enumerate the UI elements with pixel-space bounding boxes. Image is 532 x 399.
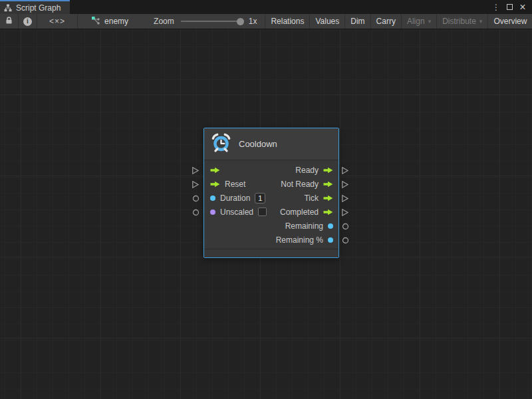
flow-arrow-icon	[323, 167, 333, 174]
port-label: Completed	[280, 207, 319, 217]
value-socket-outline-icon[interactable]	[192, 209, 200, 216]
port-label: Not Ready	[281, 180, 319, 189]
graph-hierarchy-icon	[4, 4, 12, 12]
flow-arrow-icon	[210, 167, 220, 174]
align-dropdown[interactable]: Align ▾	[402, 14, 437, 29]
graph-reference-label: enemy	[104, 17, 128, 26]
code-icon: <×>	[49, 17, 65, 26]
lock-button[interactable]	[0, 14, 19, 29]
close-icon[interactable]: ×	[517, 1, 528, 13]
value-port-icon	[328, 223, 333, 229]
output-port-ready[interactable]: Ready	[276, 163, 338, 177]
flow-arrow-icon	[210, 181, 220, 188]
flow-arrow-icon	[323, 181, 333, 188]
cooldown-node-header[interactable]: Cooldown	[204, 128, 338, 160]
input-port-duration[interactable]: Duration	[204, 191, 267, 205]
zoom-control: Zoom 1x	[135, 14, 265, 29]
distribute-dropdown[interactable]: Distribute ▾	[437, 14, 488, 29]
script-graph-asset-icon	[91, 16, 100, 27]
flow-arrow-icon	[323, 209, 333, 215]
flow-socket-outline-icon[interactable]	[192, 166, 200, 175]
port-label: Remaining	[285, 221, 323, 231]
tab-title: Script Graph	[16, 3, 61, 13]
maximize-square-glyph	[507, 4, 513, 10]
kebab-menu-icon[interactable]: ⋮	[491, 1, 501, 13]
distribute-label: Distribute	[442, 17, 476, 26]
node-footer	[204, 249, 338, 257]
relations-button[interactable]: Relations	[265, 14, 310, 29]
zoom-value: 1x	[249, 17, 257, 26]
unscaled-checkbox[interactable]	[258, 207, 267, 216]
info-icon	[23, 17, 32, 26]
alarm-clock-icon	[211, 132, 231, 156]
port-label: Unscaled	[220, 207, 253, 217]
chevron-down-icon: ▾	[428, 18, 432, 25]
flow-socket-outline-icon[interactable]	[341, 180, 349, 189]
flow-socket-outline-icon[interactable]	[341, 166, 349, 175]
flow-socket-outline-icon[interactable]	[341, 194, 349, 203]
zoom-slider[interactable]	[181, 17, 242, 25]
graph-canvas[interactable]: Cooldown Reset	[0, 29, 532, 399]
chevron-down-icon: ▾	[479, 18, 483, 25]
tab-bar: Script Graph ⋮ ×	[0, 0, 532, 14]
info-button[interactable]	[19, 14, 37, 29]
node-title: Cooldown	[239, 139, 277, 149]
output-port-not-ready[interactable]: Not Ready	[276, 177, 338, 191]
zoom-slider-knob[interactable]	[237, 18, 244, 25]
value-socket-outline-icon[interactable]	[342, 237, 349, 244]
port-label: Reset	[225, 180, 245, 189]
input-port-enter[interactable]	[204, 163, 267, 177]
output-port-completed[interactable]: Completed	[276, 205, 338, 219]
duration-value-field[interactable]	[255, 193, 265, 203]
input-port-unscaled[interactable]: Unscaled	[204, 205, 267, 219]
code-view-button[interactable]: <×>	[37, 14, 78, 29]
value-port-icon	[328, 237, 333, 243]
flow-socket-outline-icon[interactable]	[192, 180, 200, 189]
lock-icon	[5, 16, 13, 27]
align-label: Align	[407, 17, 425, 26]
value-socket-outline-icon[interactable]	[342, 223, 349, 230]
zoom-slider-track[interactable]	[181, 21, 242, 22]
port-label: Ready	[295, 166, 319, 175]
output-port-remaining[interactable]: Remaining	[276, 219, 338, 233]
script-graph-window: Script Graph ⋮ × <×>	[0, 0, 532, 399]
carry-button[interactable]: Carry	[371, 14, 402, 29]
value-socket-outline-icon[interactable]	[192, 195, 200, 202]
graph-breadcrumb[interactable]: enemy	[78, 14, 135, 29]
node-ports: Reset Duration Unscaled	[204, 160, 338, 249]
flow-socket-outline-icon[interactable]	[341, 208, 349, 217]
graph-toolbar: <×> enemy Zoom 1x Relations Values	[0, 14, 532, 29]
port-label: Duration	[220, 194, 250, 203]
cooldown-node[interactable]: Cooldown Reset	[203, 128, 339, 258]
port-label: Remaining %	[276, 235, 323, 245]
input-ports-column: Reset Duration Unscaled	[204, 163, 267, 249]
tab-script-graph[interactable]: Script Graph	[0, 0, 70, 14]
maximize-icon[interactable]	[504, 1, 515, 13]
value-port-icon	[210, 196, 215, 201]
bool-port-icon	[210, 209, 215, 215]
zoom-label: Zoom	[154, 17, 174, 26]
output-ports-column: Ready Not Ready Tick	[276, 163, 338, 249]
dim-button[interactable]: Dim	[345, 14, 370, 29]
window-controls: ⋮ ×	[491, 0, 532, 14]
values-button[interactable]: Values	[310, 14, 345, 29]
overview-button[interactable]: Overview	[488, 14, 532, 29]
output-port-remaining-pct[interactable]: Remaining %	[276, 233, 338, 247]
port-label: Tick	[304, 194, 319, 203]
flow-arrow-icon	[323, 195, 333, 201]
input-port-reset[interactable]: Reset	[204, 177, 267, 191]
output-port-tick[interactable]: Tick	[276, 191, 338, 205]
